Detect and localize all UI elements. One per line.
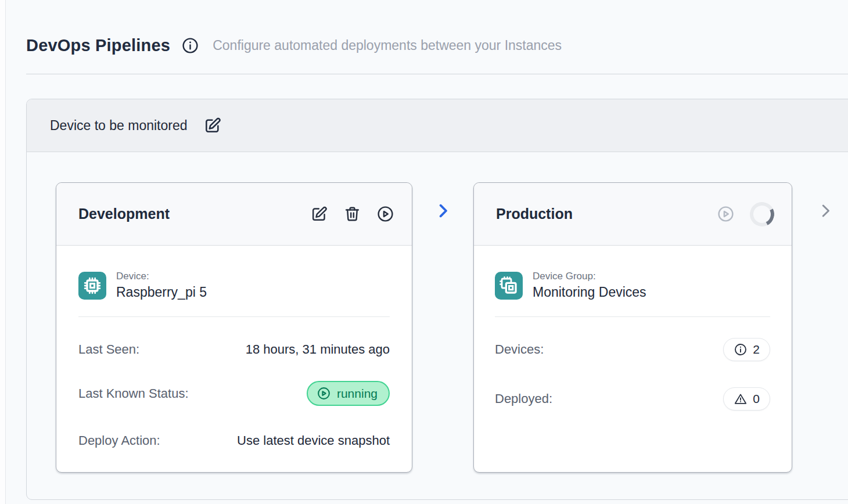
deployed-count-badge[interactable]: 0 <box>723 387 770 411</box>
pipeline-panel: Device to be monitored Development <box>26 99 848 500</box>
chevron-right-icon <box>817 202 834 219</box>
production-actions <box>717 202 774 226</box>
devices-label: Devices: <box>495 342 544 357</box>
device-row: Device: Raspberry_pi 5 <box>78 271 390 300</box>
device-group-row: Device Group: Monitoring Devices <box>495 271 770 300</box>
next-stage-chevron[interactable] <box>817 182 834 219</box>
card-divider <box>495 316 770 317</box>
production-card-header: Production <box>474 183 792 246</box>
status-badge: running <box>307 381 390 406</box>
deployed-label: Deployed: <box>495 391 552 406</box>
last-known-status-label: Last Known Status: <box>78 386 189 401</box>
running-play-icon <box>317 386 331 401</box>
pipeline-panel-header: Device to be monitored <box>27 99 848 152</box>
last-seen-value: 18 hours, 31 minutes ago <box>246 342 390 357</box>
production-stage-title: Production <box>496 206 573 222</box>
last-known-status-row: Last Known Status: running <box>78 381 390 406</box>
edit-stage-icon[interactable] <box>310 205 328 223</box>
last-seen-label: Last Seen: <box>78 342 139 357</box>
chevron-right-icon <box>434 202 452 219</box>
device-label: Device: <box>116 271 207 282</box>
info-icon <box>734 343 748 357</box>
page-title: DevOps Pipelines <box>26 36 170 55</box>
delete-stage-icon[interactable] <box>343 205 361 223</box>
device-name: Raspberry_pi 5 <box>116 285 207 300</box>
development-card-body: Device: Raspberry_pi 5 Last Seen: 18 hou… <box>56 246 412 448</box>
warning-icon <box>734 392 748 406</box>
loading-spinner-icon <box>747 199 778 229</box>
deploy-action-value: Use latest device snapshot <box>237 433 390 448</box>
status-badge-label: running <box>337 387 378 401</box>
device-chip-icon <box>78 272 106 300</box>
pipeline-stages: Development <box>27 152 848 499</box>
deployed-count: 0 <box>753 392 760 406</box>
device-group-name: Monitoring Devices <box>533 285 646 300</box>
development-stage-title: Development <box>78 206 170 222</box>
card-divider <box>78 316 390 317</box>
production-stage-card: Production <box>473 182 792 473</box>
devices-count-badge[interactable]: 2 <box>723 338 770 361</box>
development-actions <box>310 205 394 223</box>
device-meta: Device: Raspberry_pi 5 <box>116 271 207 300</box>
devices-count: 2 <box>753 343 760 357</box>
page-header: DevOps Pipelines Configure automated dep… <box>26 32 848 59</box>
page-subtitle: Configure automated deployments between … <box>213 38 562 53</box>
devices-row: Devices: 2 <box>495 338 770 361</box>
deploy-action-row: Deploy Action: Use latest device snapsho… <box>78 433 390 448</box>
stage-connector <box>412 182 473 219</box>
development-card-header: Development <box>56 183 412 246</box>
header-divider <box>26 74 848 74</box>
development-stage-card: Development <box>56 182 412 473</box>
run-stage-icon-disabled <box>717 205 735 223</box>
run-stage-icon[interactable] <box>376 205 394 223</box>
info-icon[interactable] <box>181 37 199 55</box>
device-group-icon <box>495 272 523 300</box>
production-card-body: Device Group: Monitoring Devices Devices… <box>474 246 792 411</box>
pipeline-title: Device to be monitored <box>50 118 188 134</box>
last-seen-row: Last Seen: 18 hours, 31 minutes ago <box>78 342 390 357</box>
device-group-meta: Device Group: Monitoring Devices <box>533 271 646 300</box>
device-group-label: Device Group: <box>533 271 646 282</box>
edit-pipeline-icon[interactable] <box>203 116 222 135</box>
main-content: DevOps Pipelines Configure automated dep… <box>5 0 848 504</box>
deploy-action-label: Deploy Action: <box>78 433 160 448</box>
deployed-row: Deployed: 0 <box>495 387 770 411</box>
